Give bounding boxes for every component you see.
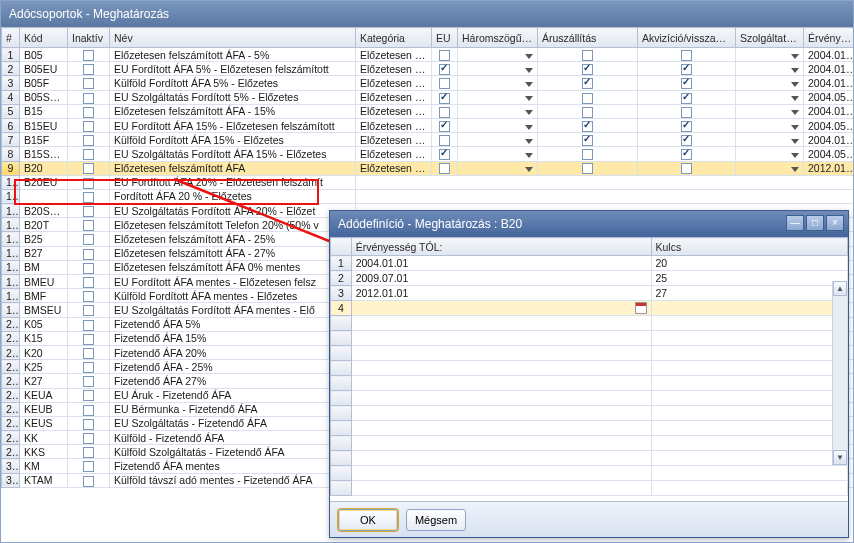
chevron-down-icon[interactable] <box>791 125 799 130</box>
cell-erv[interactable]: 2004.01.01 <box>351 256 651 271</box>
ok-button[interactable]: OK <box>338 509 398 531</box>
row-number[interactable]: 28 <box>2 431 20 445</box>
row-number[interactable]: 29 <box>2 445 20 459</box>
row-number[interactable]: 31 <box>2 473 20 487</box>
cell-kod[interactable]: KEUB <box>20 402 68 416</box>
table-row[interactable]: 22009.07.0125 <box>331 271 848 286</box>
cell-kod[interactable]: K05 <box>20 317 68 331</box>
col-inaktiv[interactable]: Inaktív <box>68 28 110 48</box>
col-nev[interactable]: Név <box>110 28 356 48</box>
cell-kod[interactable]: B05EU <box>20 62 68 76</box>
cell-akv[interactable] <box>638 76 736 90</box>
checkbox-icon[interactable] <box>83 305 94 316</box>
cell-inaktiv[interactable] <box>68 388 110 402</box>
cell-szolg[interactable] <box>736 104 804 118</box>
cell-harom[interactable] <box>458 48 538 62</box>
cell-kod[interactable]: B15 <box>20 104 68 118</box>
table-row[interactable]: 2B05EUEU Fordított ÁFA 5% - Előzetesen f… <box>2 62 854 76</box>
col-akv[interactable]: Akvizíció/visszakö… <box>638 28 736 48</box>
table-row[interactable] <box>331 391 848 406</box>
cell-nev[interactable]: Előzetesen felszámított ÁFA <box>110 161 356 175</box>
cell-inaktiv[interactable] <box>68 345 110 359</box>
cell-inaktiv[interactable] <box>68 402 110 416</box>
cell-szolg[interactable] <box>736 118 804 132</box>
col-erv[interactable]: Érvényesség <box>804 28 854 48</box>
cell-kod[interactable]: BMEU <box>20 275 68 289</box>
cell-harom[interactable] <box>458 62 538 76</box>
checkbox-icon[interactable] <box>439 64 450 75</box>
row-number[interactable]: 24 <box>2 374 20 388</box>
row-number[interactable]: 20 <box>2 317 20 331</box>
checkbox-icon[interactable] <box>582 107 593 118</box>
checkbox-icon[interactable] <box>83 249 94 260</box>
checkbox-icon[interactable] <box>83 220 94 231</box>
cell-akv[interactable] <box>638 90 736 104</box>
chevron-down-icon[interactable] <box>791 82 799 87</box>
checkbox-icon[interactable] <box>582 149 593 160</box>
col-szolg[interactable]: Szolgáltatásn… <box>736 28 804 48</box>
cell-nev[interactable]: Előzetesen felszámított ÁFA - 27% <box>110 246 356 260</box>
cell-kod[interactable]: B15F <box>20 133 68 147</box>
checkbox-icon[interactable] <box>439 78 450 89</box>
cell-akv[interactable] <box>638 118 736 132</box>
cell-eu[interactable] <box>432 48 458 62</box>
checkbox-icon[interactable] <box>681 149 692 160</box>
cell-kod[interactable]: KEUS <box>20 416 68 430</box>
cell-inaktiv[interactable] <box>68 416 110 430</box>
cell-eu[interactable] <box>432 76 458 90</box>
cell-szolg[interactable] <box>736 62 804 76</box>
cell-erv[interactable]: 2009.07.01 <box>351 271 651 286</box>
row-number[interactable]: 16 <box>2 260 20 274</box>
date-input-cell[interactable] <box>351 301 651 316</box>
cell-inaktiv[interactable] <box>68 374 110 388</box>
checkbox-icon[interactable] <box>83 447 94 458</box>
table-row[interactable] <box>331 466 848 481</box>
scroll-up-button[interactable]: ▲ <box>833 281 847 296</box>
cell-nev[interactable]: Külföld Szolgáltatás - Fizetendő ÁFA <box>110 445 356 459</box>
cell-kod[interactable]: B20EU <box>20 175 68 189</box>
chevron-down-icon[interactable] <box>791 96 799 101</box>
cell-szolg[interactable] <box>736 133 804 147</box>
table-row[interactable] <box>331 406 848 421</box>
cell-inaktiv[interactable] <box>68 459 110 473</box>
cell-nev[interactable]: EU Fordított ÁFA 15% - Előzetesen felszá… <box>110 118 356 132</box>
sub-scrollbar[interactable]: ▲ ▼ <box>832 281 847 465</box>
cell-kod[interactable]: BMF <box>20 289 68 303</box>
checkbox-icon[interactable] <box>83 348 94 359</box>
row-number[interactable]: 2 <box>331 271 352 286</box>
cell-inaktiv[interactable] <box>68 275 110 289</box>
cell-inaktiv[interactable] <box>68 232 110 246</box>
cell-harom[interactable] <box>458 76 538 90</box>
chevron-down-icon[interactable] <box>525 54 533 59</box>
table-row[interactable] <box>331 481 848 496</box>
cell-nev[interactable]: Fizetendő ÁFA 5% <box>110 317 356 331</box>
row-number[interactable]: 3 <box>331 286 352 301</box>
cell-nev[interactable]: EU Fordított ÁFA 5% - Előzetesen felszám… <box>110 62 356 76</box>
cell-inaktiv[interactable] <box>68 218 110 232</box>
cell-aru[interactable] <box>538 118 638 132</box>
cell-eu[interactable] <box>432 147 458 161</box>
checkbox-icon[interactable] <box>681 107 692 118</box>
cell-szolg[interactable] <box>736 161 804 175</box>
cell-akv[interactable] <box>638 62 736 76</box>
cell-erv[interactable]: 2004.05.01 <box>804 118 854 132</box>
cell-erv[interactable]: 2004.05.01 <box>804 147 854 161</box>
cell-aru[interactable] <box>538 62 638 76</box>
checkbox-icon[interactable] <box>83 178 94 189</box>
checkbox-icon[interactable] <box>681 121 692 132</box>
checkbox-icon[interactable] <box>83 50 94 61</box>
row-number[interactable]: 23 <box>2 360 20 374</box>
cell-kod[interactable]: K15 <box>20 331 68 345</box>
checkbox-icon[interactable] <box>83 263 94 274</box>
table-row[interactable] <box>331 316 848 331</box>
sub-col-erv[interactable]: Érvényesség TÓL: <box>351 238 651 256</box>
row-number[interactable]: 3 <box>2 76 20 90</box>
checkbox-icon[interactable] <box>83 362 94 373</box>
table-row[interactable]: 12004.01.0120 <box>331 256 848 271</box>
cell-kategoria[interactable]: Előzetesen felsz <box>356 118 432 132</box>
cell-harom[interactable] <box>458 147 538 161</box>
cell-nev[interactable]: Fizetendő ÁFA 27% <box>110 374 356 388</box>
cell-szolg[interactable] <box>736 147 804 161</box>
cell-harom[interactable] <box>458 90 538 104</box>
cell-inaktiv[interactable] <box>68 48 110 62</box>
